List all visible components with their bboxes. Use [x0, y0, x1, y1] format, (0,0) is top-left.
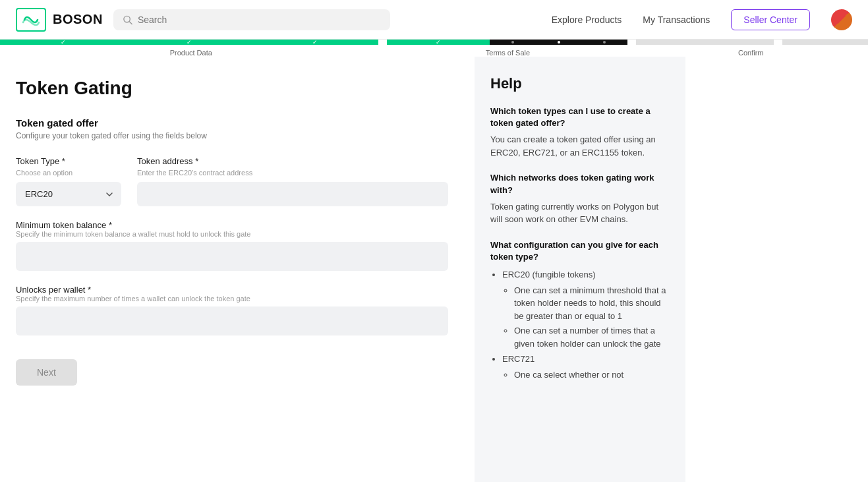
unlocks-input[interactable]: [16, 306, 448, 335]
logo-icon: [16, 8, 46, 32]
search-bar[interactable]: [113, 9, 390, 30]
help-q-2: What configuration can you give for each…: [490, 239, 670, 263]
form-row-token: Token Type * Choose an option ERC20 ERC7…: [16, 156, 448, 206]
content-area: Token Gating Token gated offer Configure…: [0, 57, 475, 482]
main-layout: Token Gating Token gated offer Configure…: [0, 57, 868, 482]
nav-transactions[interactable]: My Transactions: [643, 15, 710, 25]
progress-bars-row: ✓ ✓ ✓ ✓: [0, 40, 868, 45]
section-desc: Configure your token gated offer using t…: [16, 131, 448, 140]
step-terms-done: ✓: [387, 40, 490, 45]
help-q-0: Which token types can I use to create a …: [490, 105, 670, 129]
help-sidebar: Help Which token types can I use to crea…: [475, 57, 685, 482]
search-input[interactable]: [138, 15, 381, 25]
unlocks-sublabel: Specify the maximum number of times a wa…: [16, 295, 448, 303]
token-address-sublabel: Enter the ERC20's contract address: [137, 169, 448, 177]
help-title: Help: [490, 75, 670, 92]
section-title: Token gated offer: [16, 117, 448, 129]
nav-links: Explore Products My Transactions Seller …: [552, 9, 852, 30]
logo-area: BOSON: [16, 8, 103, 32]
help-list-erc721-sub-0: One ca select whether or not: [514, 368, 670, 382]
token-address-group: Token address * Enter the ERC20's contra…: [137, 156, 448, 206]
token-gated-section: Token gated offer Configure your token g…: [16, 117, 448, 140]
help-list-erc20-sub-1: One can set a number of times that a giv…: [514, 324, 670, 350]
step-product-data-bar: ✓ ✓ ✓: [0, 40, 378, 45]
logo-text: BOSON: [53, 12, 103, 27]
help-section-2: What configuration can you give for each…: [490, 239, 670, 381]
step-last-bar: [782, 40, 868, 45]
gap3: [774, 40, 782, 45]
gap1: [378, 40, 387, 45]
avatar[interactable]: [831, 9, 852, 30]
min-balance-label: Minimum token balance *: [16, 220, 112, 230]
help-a-0: You can create a token gated offer using…: [490, 133, 670, 159]
progress-labels-row: Product Data Terms of Sale Confirm: [0, 49, 868, 57]
help-q-1: Which networks does token gating work wi…: [490, 172, 670, 196]
search-icon: [123, 15, 132, 25]
min-balance-group: Minimum token balance * Specify the mini…: [16, 219, 448, 271]
help-list-erc721-text: ERC721: [502, 354, 535, 364]
help-section-1: Which networks does token gating work wi…: [490, 172, 670, 225]
progress-bar: ✓ ✓ ✓ ✓ Product Data Terms of Sale Confi…: [0, 40, 868, 57]
step-label-terms: Terms of Sale: [382, 49, 633, 57]
svg-line-1: [129, 21, 132, 24]
next-button[interactable]: Next: [16, 359, 77, 386]
help-list-erc20-text: ERC20 (fungible tokens): [502, 270, 596, 279]
token-address-label: Token address *: [137, 156, 448, 166]
nav-explore[interactable]: Explore Products: [552, 15, 622, 25]
help-list-erc20-sub-0: One can set a minimum threshold that a t…: [514, 284, 670, 323]
step-label-confirm: Confirm: [633, 49, 868, 57]
min-balance-input[interactable]: [16, 242, 448, 271]
unlocks-label: Unlocks per wallet *: [16, 285, 91, 295]
help-list-item-erc721: ERC721 One ca select whether or not: [502, 353, 670, 381]
token-type-sublabel: Choose an option: [16, 169, 121, 177]
help-list-2: ERC20 (fungible tokens) One can set a mi…: [490, 268, 670, 381]
token-address-input[interactable]: [137, 182, 448, 206]
step-confirm-bar: [636, 40, 774, 45]
token-type-group: Token Type * Choose an option ERC20 ERC7…: [16, 156, 121, 206]
min-balance-sublabel: Specify the minimum token balance a wall…: [16, 230, 448, 238]
step-label-product: Product Data: [0, 49, 382, 57]
step-terms-active: [490, 40, 627, 45]
page-title: Token Gating: [16, 78, 448, 99]
token-type-label: Token Type *: [16, 156, 121, 166]
help-section-0: Which token types can I use to create a …: [490, 105, 670, 159]
header: BOSON Explore Products My Transactions S…: [0, 0, 868, 40]
token-type-select[interactable]: ERC20 ERC721 ERC1155: [16, 182, 121, 206]
unlocks-group: Unlocks per wallet * Specify the maximum…: [16, 284, 448, 335]
gap2: [627, 40, 636, 45]
help-list-item-erc20: ERC20 (fungible tokens) One can set a mi…: [502, 268, 670, 350]
help-a-1: Token gating currently works on Polygon …: [490, 200, 670, 226]
seller-center-button[interactable]: Seller Center: [731, 9, 810, 30]
